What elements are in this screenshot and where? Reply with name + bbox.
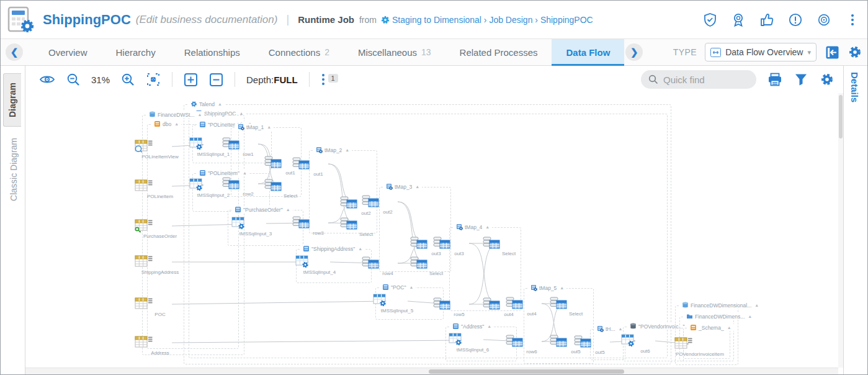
node-row1[interactable]: row1 [220,136,276,157]
application-window: ShippingPOC (Edit business documentation… [0,0,868,375]
node-address[interactable]: Address [132,335,188,356]
node-out1[interactable]: out1 [290,156,346,177]
zoom-level: 31% [91,75,110,85]
node-label: out3 [431,251,487,256]
tabs-scroll-left-icon[interactable]: ❮ [6,43,23,61]
node-tmssqlinput_3[interactable]: tMSSqlInput_3 [228,215,284,237]
node-label: Select [338,232,394,237]
horizontal-scrollbar-thumb[interactable] [429,369,624,374]
node-out2[interactable]: out2 [360,194,416,215]
node-out6[interactable]: out6 [617,333,673,354]
node-polineitem[interactable]: POLineItem [132,178,188,199]
dock-panel-icon[interactable] [825,45,839,60]
tab-count-badge: 2 [324,47,329,57]
data-flow-icon [710,48,721,57]
toolbar-divider [172,72,172,87]
collapse-all-icon[interactable] [209,73,223,87]
verified-shield-icon[interactable] [702,12,717,27]
breadcrumb[interactable]: Staging to Dimensional › Job Design › Sh… [381,15,593,25]
node-label: POLineItemView [132,154,188,160]
node-poc[interactable]: POC [132,296,188,317]
tab-connections[interactable]: Connections2 [254,39,344,65]
diagram-settings-icon[interactable] [820,72,834,87]
node-label: POVendorInvoiceItem [672,351,728,357]
endorse-thumbs-up-icon[interactable] [759,12,774,27]
tab-relationships[interactable]: Relationships [170,39,254,65]
link-icon [262,178,318,194]
tab-miscellaneous[interactable]: Miscellaneous13 [344,39,445,65]
right-panel-strip: Details [843,66,867,374]
more-menu-icon[interactable] [845,12,860,27]
node-label: tMSSqlInput_3 [228,231,284,237]
node-shippingaddress[interactable]: ShippingAddress [132,254,188,275]
dataflow-diagram[interactable]: Talend▲ShippingPOC▲FinanceDWSt...▲dbo▲"P… [25,93,838,368]
node-label: POLineItem [132,194,188,199]
table-icon [132,296,188,312]
object-model-icon [7,6,35,34]
tab-label: Related Processes [460,47,538,58]
filter-icon[interactable] [794,72,808,87]
node-polineitemview[interactable]: POLineItemView [132,138,188,160]
node-row4[interactable]: row4 [360,255,416,276]
node-tmssqlinput_6[interactable]: tMSSqlInput_6 [445,332,501,353]
zoom-out-icon[interactable] [66,73,80,86]
tab-count-badge: 13 [421,47,431,57]
node-label: tMSSqlInput_5 [369,308,425,314]
edit-business-documentation-link[interactable]: (Edit business documentation) [136,14,278,26]
tabs-scroll-right-icon[interactable]: ❯ [625,43,643,61]
tab-overview[interactable]: Overview [34,39,102,65]
diagram-canvas-panel: 31%Depth: FULL1 Talend▲ShippingPOC▲Finan… [25,66,843,374]
quick-find-box[interactable] [641,70,756,89]
visibility-eye-icon[interactable] [39,73,55,86]
tab-label: Connections [269,47,320,58]
expand-all-icon[interactable] [184,73,198,87]
zoom-in-icon[interactable] [121,73,135,86]
input-icon [228,215,284,232]
certified-award-icon[interactable] [731,12,746,27]
warnings-icon[interactable] [788,12,803,27]
header-actions [702,1,860,39]
depth-indicator: Depth: FULL [246,75,298,85]
node-row5[interactable]: row5 [431,296,487,317]
more-options-icon[interactable]: 1 [321,73,338,86]
diagram-toolbar: 31%Depth: FULL1 [25,66,843,93]
fit-to-screen-icon[interactable] [146,72,161,87]
node-tmssqlinput_5[interactable]: tMSSqlInput_5 [369,292,425,314]
node-tmssqlinput_4[interactable]: tMSSqlInput_4 [292,254,347,275]
tab-hierarchy[interactable]: Hierarchy [102,39,170,65]
node-purchaseorder[interactable]: PurchaseOrder [132,218,188,239]
search-icon [648,75,658,84]
tab-diagram[interactable]: Diagram [3,73,21,127]
node-select[interactable]: Select [481,235,537,256]
diagram-type-select[interactable]: Data Flow Overview ▾ [705,43,817,61]
breadcrumb-text[interactable]: Staging to Dimensional › Job Design › Sh… [392,15,593,25]
node-out3[interactable]: out3 [431,235,487,256]
tab-classic-diagram[interactable]: Classic Diagram [4,134,24,205]
node-label: out1 [290,171,346,177]
node-povendorinvoiceitem[interactable]: POVendorInvoiceItem [672,336,728,357]
header-separator: | [286,13,289,26]
node-select[interactable]: Select [262,178,318,199]
vertical-scrollbar[interactable] [838,93,843,368]
watch-icon[interactable] [817,12,831,27]
tab-data-flow[interactable]: Data Flow [552,39,624,65]
table-key-icon [132,218,188,234]
print-icon[interactable] [767,72,782,87]
node-label: tMSSqlInput_6 [445,347,501,353]
node-label: Select [481,251,537,256]
node-label: Select [408,271,464,276]
tab-label: Miscellaneous [358,47,417,58]
quick-find-input[interactable] [663,75,744,85]
node-select[interactable]: Select [548,296,604,317]
node-label: out6 [617,348,673,354]
tab-related-processes[interactable]: Related Processes [445,39,552,65]
node-select[interactable]: Select [408,255,464,276]
table-view-icon [132,138,188,155]
tab-details[interactable]: Details [849,72,860,102]
input-icon [445,332,501,348]
vertical-scrollbar-thumb[interactable] [839,95,843,138]
horizontal-scrollbar[interactable] [25,368,838,374]
settings-gear-icon[interactable] [848,45,862,60]
page-header: ShippingPOC (Edit business documentation… [1,1,867,39]
node-select[interactable]: Select [338,216,394,237]
